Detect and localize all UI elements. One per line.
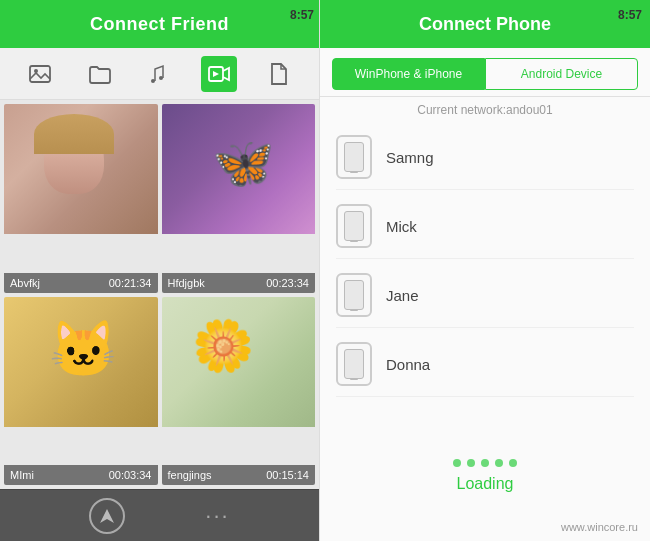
video-item-4[interactable]: fengjings 00:15:14 xyxy=(162,297,316,486)
device-item-4[interactable]: Donna xyxy=(336,332,634,397)
left-header-title: Connect Friend xyxy=(90,14,229,35)
left-time: 8:57 xyxy=(290,8,314,22)
folder-icon[interactable] xyxy=(82,56,118,92)
device-name-2: Mick xyxy=(386,218,417,235)
device-name-1: Samng xyxy=(386,149,434,166)
svg-rect-0 xyxy=(30,66,50,82)
media-toolbar xyxy=(0,48,319,100)
svg-marker-3 xyxy=(213,71,219,77)
video-item-2[interactable]: Hfdjgbk 00:23:34 xyxy=(162,104,316,293)
left-header: Connect Friend xyxy=(0,0,319,48)
video-label-2: Hfdjgbk 00:23:34 xyxy=(162,273,316,293)
right-panel: 8:57 Connect Phone WinPhone & iPhone And… xyxy=(320,0,650,541)
device-name-4: Donna xyxy=(386,356,430,373)
device-phone-icon-3 xyxy=(336,273,372,317)
right-time: 8:57 xyxy=(618,8,642,22)
loading-dot-3 xyxy=(481,459,489,467)
video-label-3: MImi 00:03:34 xyxy=(4,465,158,485)
device-phone-icon-2 xyxy=(336,204,372,248)
video-grid: Abvfkj 00:21:34 Hfdjgbk 00:23:34 MImi 00… xyxy=(0,100,319,489)
right-header: Connect Phone xyxy=(320,0,650,48)
video-item-1[interactable]: Abvfkj 00:21:34 xyxy=(4,104,158,293)
navigate-icon[interactable] xyxy=(89,498,125,534)
device-list: Samng Mick Jane Donna xyxy=(320,121,650,439)
bottom-nav-bar: ··· xyxy=(0,489,319,541)
device-name-3: Jane xyxy=(386,287,419,304)
loading-dot-2 xyxy=(467,459,475,467)
loading-dot-5 xyxy=(509,459,517,467)
loading-dot-1 xyxy=(453,459,461,467)
device-phone-icon-4 xyxy=(336,342,372,386)
video-item-3[interactable]: MImi 00:03:34 xyxy=(4,297,158,486)
video-icon[interactable] xyxy=(201,56,237,92)
tab-winphone[interactable]: WinPhone & iPhone xyxy=(332,58,485,90)
network-label: Current network:andou01 xyxy=(320,97,650,121)
device-tab-bar: WinPhone & iPhone Android Device xyxy=(320,48,650,97)
loading-text: Loading xyxy=(457,475,514,493)
device-item-3[interactable]: Jane xyxy=(336,263,634,328)
file-icon[interactable] xyxy=(261,56,297,92)
loading-dots xyxy=(453,459,517,467)
loading-dot-4 xyxy=(495,459,503,467)
video-label-1: Abvfkj 00:21:34 xyxy=(4,273,158,293)
music-icon[interactable] xyxy=(141,56,177,92)
right-header-title: Connect Phone xyxy=(419,14,551,35)
device-item-1[interactable]: Samng xyxy=(336,125,634,190)
svg-marker-4 xyxy=(100,509,114,523)
tab-android[interactable]: Android Device xyxy=(485,58,638,90)
loading-section: Loading xyxy=(320,439,650,513)
device-item-2[interactable]: Mick xyxy=(336,194,634,259)
image-icon[interactable] xyxy=(22,56,58,92)
more-options-icon[interactable]: ··· xyxy=(205,503,229,529)
left-panel: 8:57 Connect Friend Abvfkj 00:21:34 xyxy=(0,0,320,541)
video-label-4: fengjings 00:15:14 xyxy=(162,465,316,485)
watermark: www.wincore.ru xyxy=(320,513,650,541)
device-phone-icon-1 xyxy=(336,135,372,179)
